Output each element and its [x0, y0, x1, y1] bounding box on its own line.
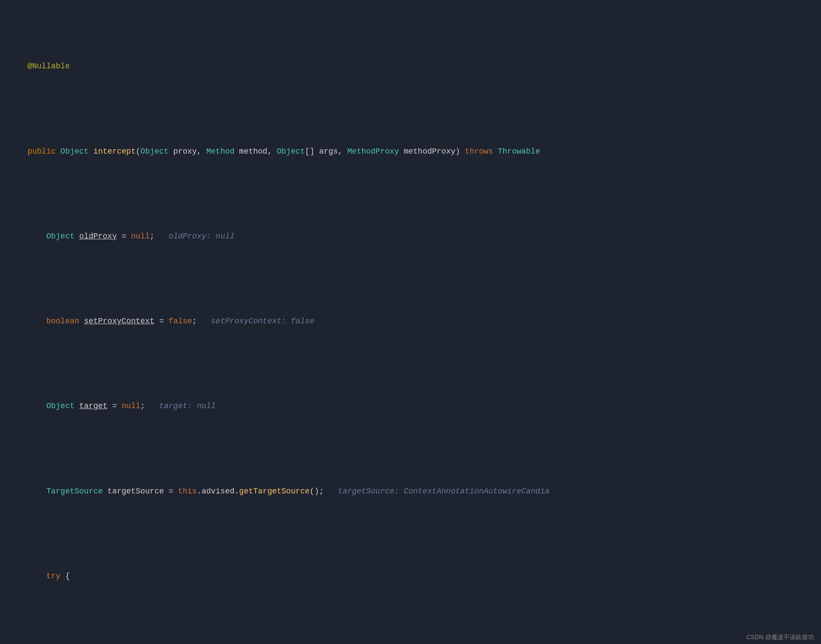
code-line-2: public Object intercept(Object proxy, Me…: [0, 134, 821, 170]
code-line-6: TargetSource targetSource = this.advised…: [0, 473, 821, 510]
code-line-3: Object oldProxy = null; oldProxy: null: [0, 218, 821, 255]
footer-text: CSDN @魔道不误砍柴功: [746, 634, 814, 641]
code-line-4: boolean setProxyContext = false; setProx…: [0, 303, 821, 340]
code-line-1: @Nullable: [0, 49, 821, 85]
code-line-5: Object target = null; target: null: [0, 389, 821, 425]
code-editor: @Nullable public Object intercept(Object…: [0, 0, 821, 644]
code-line-7: try {: [0, 558, 821, 595]
footer-credit: CSDN @魔道不误砍柴功: [739, 631, 821, 644]
